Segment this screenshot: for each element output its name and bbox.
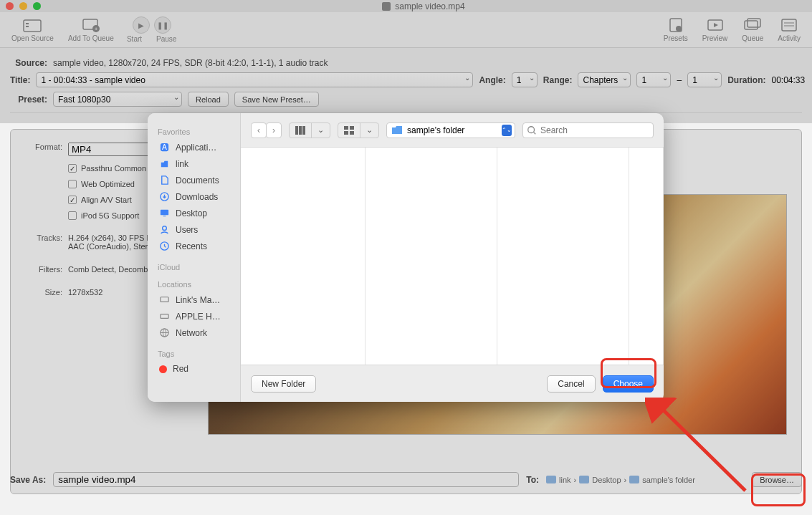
source-text: sample video, 1280x720, 24 FPS, SDR (8-b… [53,58,328,68]
start-button[interactable]: ▶ [133,16,150,34]
preview-button[interactable]: Preview [702,17,728,42]
svg-line-32 [534,132,536,134]
presets-button[interactable]: Presets [664,17,688,42]
filters-label: Filters: [24,265,62,274]
view-dropdown-icon[interactable]: ⌄ [312,123,330,138]
svg-rect-24 [295,126,298,135]
svg-rect-11 [782,19,796,31]
format-select[interactable]: MP4 [68,143,160,156]
svg-text:A: A [162,143,167,151]
svg-text:+: + [94,26,97,32]
main-toolbar: Open Source + Add To Queue ▶ ❚❚ Start Pa… [0,12,812,48]
folder-picker-dialog: Favorites AApplicati… link Documents Dow… [148,113,664,402]
open-source-button[interactable]: Open Source [11,17,54,42]
path-selector[interactable]: sample's folder ⌃⌄ [386,122,515,138]
nav-back-button[interactable]: ‹ [251,122,267,138]
title-label: Title: [10,75,30,85]
svg-rect-2 [26,26,29,27]
svg-rect-25 [299,126,302,135]
browse-button[interactable]: Browse… [752,472,802,487]
file-browser-columns[interactable] [241,148,664,365]
start-label: Start [127,35,142,43]
sidebar-item-recents[interactable]: Recents [155,238,233,254]
saveas-input[interactable] [53,472,519,487]
group-dropdown-icon[interactable]: ⌄ [360,123,378,138]
preset-label: Preset: [10,95,47,105]
view-mode-segment[interactable]: ⌄ [289,122,330,138]
svg-rect-22 [161,314,168,319]
queue-button[interactable]: Queue [742,17,763,42]
search-input[interactable] [522,122,654,138]
new-folder-button[interactable]: New Folder [251,375,316,393]
group-mode-segment[interactable]: ⌄ [338,122,379,138]
svg-rect-28 [350,126,354,130]
sidebar-tag-red[interactable]: Red [155,361,233,377]
range-mode-select[interactable]: Chapters [578,72,631,87]
sidebar-item-users[interactable]: Users [155,221,233,238]
sidebar-item-applications[interactable]: AApplicati… [155,139,233,155]
folder-icon [546,476,556,483]
align-av-checkbox[interactable] [68,196,77,204]
sidebar-item-drive[interactable]: APPLE H… [155,308,233,324]
pause-button[interactable]: ❚❚ [154,16,171,34]
save-preset-button[interactable]: Save New Preset… [234,92,319,107]
window-title: sample video.mp4 [395,1,464,11]
activity-button[interactable]: Activity [778,17,801,42]
sidebar-item-desktop[interactable]: Desktop [155,205,233,221]
sidebar-item-downloads[interactable]: Downloads [155,188,233,205]
tags-header: Tags [158,350,230,358]
nav-forward-button[interactable]: › [266,122,282,138]
dialog-sidebar: Favorites AApplicati… link Documents Dow… [148,113,241,402]
svg-rect-1 [26,23,29,24]
svg-point-19 [163,226,167,231]
file-icon [382,2,391,11]
ipod-checkbox[interactable] [68,211,77,220]
svg-rect-30 [350,131,354,135]
search-icon [527,125,537,135]
duration-value: 00:04:33 [771,75,805,85]
sidebar-item-documents[interactable]: Documents [155,172,233,188]
range-from-select[interactable]: 1 [636,72,671,87]
sidebar-item-mac[interactable]: Link's Ma… [155,292,233,308]
destination-breadcrumbs[interactable]: link › Desktop › sample's folder [546,476,695,484]
size-label: Size: [24,288,62,297]
locations-header: Locations [158,280,230,289]
grid-view-icon[interactable] [338,123,360,138]
close-icon[interactable] [6,2,14,10]
title-select[interactable]: 1 - 00:04:33 - sample video [36,72,473,87]
choose-button[interactable]: Choose [603,375,654,393]
svg-rect-29 [344,131,348,135]
saveas-label: Save As: [10,475,46,485]
passthru-checkbox[interactable] [68,164,77,173]
svg-rect-10 [747,19,760,27]
sidebar-item-network[interactable]: Network [155,324,233,341]
svg-rect-9 [745,21,758,29]
columns-view-icon[interactable] [290,123,312,138]
add-queue-button[interactable]: + Add To Queue [68,17,114,42]
web-optimized-checkbox[interactable] [68,180,77,188]
to-label: To: [526,475,539,485]
favorites-header: Favorites [158,127,230,136]
red-tag-icon [159,365,167,373]
source-label: Source: [10,58,47,68]
duration-label: Duration: [727,75,765,85]
pause-label: Pause [156,35,176,43]
range-to-select[interactable]: 1 [687,72,722,87]
minimize-icon[interactable] [19,2,27,10]
folder-icon [579,476,589,483]
sidebar-item-link[interactable]: link [155,155,233,172]
folder-icon [629,476,639,483]
svg-point-7 [676,26,682,32]
zoom-icon[interactable] [33,2,41,10]
range-label: Range: [543,75,573,85]
cancel-button[interactable]: Cancel [547,375,595,393]
svg-rect-26 [302,126,305,135]
svg-rect-18 [163,216,166,216]
angle-select[interactable]: 1 [512,72,538,87]
tracks-label: Tracks: [24,234,62,251]
svg-rect-21 [161,297,168,302]
path-dropdown-icon: ⌃⌄ [502,125,512,136]
reload-button[interactable]: Reload [188,92,229,107]
preset-select[interactable]: Fast 1080p30 [53,92,182,107]
svg-point-31 [528,126,535,133]
